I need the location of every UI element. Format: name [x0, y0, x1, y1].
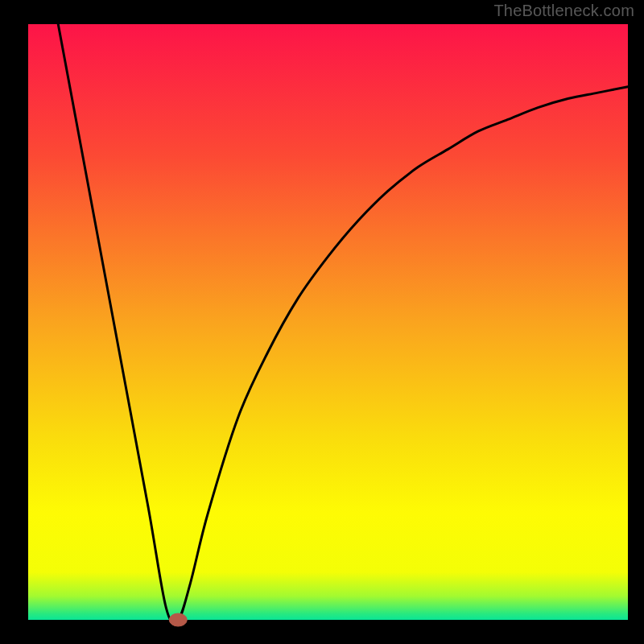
chart-frame: TheBottleneck.com	[0, 0, 644, 644]
plot-background	[28, 24, 628, 620]
bottleneck-chart	[0, 0, 644, 644]
watermark-text: TheBottleneck.com	[493, 2, 634, 20]
optimal-point-marker	[169, 613, 187, 626]
